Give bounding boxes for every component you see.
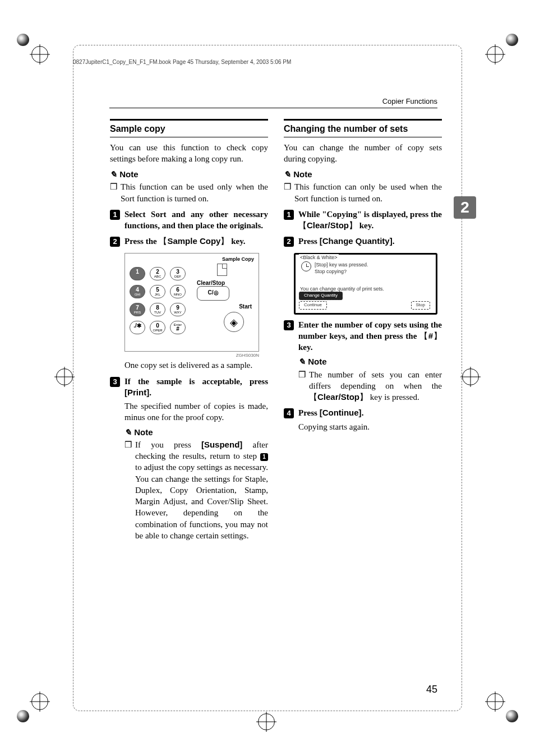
body-text: The specified number of copies is made, … [124,400,268,423]
key-1: 1 [130,267,145,280]
section-title-sample-copy: Sample copy [110,119,268,137]
keypad-panel: Sample Copy 1 2ABC 3DEF 4GHI 5JKL 6MNO 7… [124,253,259,352]
start-key: ◈ [224,312,244,332]
lcd-change-quantity-button: Change Quantity [299,292,343,300]
page-number: 45 [426,684,437,695]
crop-mark [497,36,516,55]
step-number-icon: 3 [284,320,294,330]
step-3: 3 Enter the number of copy sets using th… [284,319,442,353]
note-item: ❒ The number of sets you can enter diffe… [298,369,442,403]
figure-caption: ZGHS030N [124,353,259,359]
lcd-figure: <Black & White> [Stop] key was pressed. … [294,253,428,315]
key-3: 3DEF [170,267,186,280]
suspend-softkey: [Suspend] [201,440,242,449]
key-6: 6MNO [170,285,186,298]
body-text: One copy set is delivered as a sample. [124,359,268,371]
step-2: 2 Press [Change Quantity]. [284,236,442,247]
keypad-figure: Sample Copy 1 2ABC 3DEF 4GHI 5JKL 6MNO 7… [124,253,259,359]
body-text: Copying starts again. [298,421,442,432]
start-label: Start [239,303,252,311]
continue-softkey: [Continue] [320,408,362,417]
note-item: ❒ This function can only be used when th… [284,181,442,204]
crop-mark [497,701,516,720]
note-heading: Note [284,169,442,180]
bullet-icon: ❒ [110,181,117,204]
step-4: 4 Press [Continue]. [284,407,442,418]
file-header: 0827JupiterC1_Copy_EN_F1_FM.book Page 45… [73,59,462,65]
lcd-buttons: Change Quantity Continue Stop [299,291,432,310]
note-heading: Note [110,169,268,180]
change-quantity-softkey: [Change Quantity] [320,236,393,246]
chapter-tab: 2 [454,196,476,219]
clock-icon [301,261,311,271]
clear-stop-key: C/◎ [197,286,229,301]
section-title-changing-sets: Changing the number of sets [284,119,442,137]
running-head: Copier Functions [382,97,437,105]
step-1: 1 While "Copying" is displayed, press th… [284,209,442,232]
left-column: Sample copy You can use this function to… [110,119,268,545]
step-3: 3 If the sample is acceptable, press [Pr… [110,376,268,399]
lcd-message: [Stop] key was pressed. Stop copying? [301,261,432,275]
step-1: 1 Select Sort and any other necessary fu… [110,209,268,232]
step-number-icon: 1 [284,210,294,220]
key-9: 9WXY [170,303,186,316]
clear-stop-key: Clear/Stop [309,392,368,402]
lead-text: You can use this function to check copy … [110,142,268,165]
lcd-stop-button: Stop [411,301,430,310]
key-8: 8TUV [150,303,165,316]
print-softkey: [Print] [124,388,149,397]
step-number-icon: 2 [110,237,120,247]
key-7: 7PRS [130,303,145,316]
step-number-icon: 4 [284,408,294,418]
note-item: ❒ If you press [Suspend] after checking … [124,439,268,541]
lcd-continue-button: Continue [299,301,327,310]
key-0: 0OPER [150,321,165,334]
step-2: 2 Press the Sample Copy key. [110,236,268,247]
note-heading: Note [124,427,268,438]
key-star: ./✱ [130,321,145,334]
running-rule [109,108,437,108]
bullet-icon: ❒ [284,181,291,204]
lcd-panel: <Black & White> [Stop] key was pressed. … [294,253,437,315]
crop-mark [19,701,38,720]
right-column: Changing the number of sets You can chan… [284,119,442,436]
bullet-icon: ❒ [124,439,132,541]
step-number-icon: 1 [110,210,120,220]
clear-stop-key: Clear/Stop [298,220,357,230]
bullet-icon: ❒ [298,369,306,403]
step-ref-icon: 1 [260,453,268,461]
crop-mark [460,368,479,388]
sample-copy-key: Sample Copy [159,236,229,246]
note-heading: Note [298,356,442,367]
crop-mark [258,713,277,732]
lcd-tab: <Black & White> [299,254,339,261]
hash-key: # [419,331,442,340]
key-enter: Enter# [170,321,186,334]
crop-mark [19,36,38,55]
lead-text: You can change the number of copy sets d… [284,142,442,165]
key-5: 5JKL [150,285,165,298]
crop-mark [56,368,75,388]
step-number-icon: 3 [110,377,120,387]
keypad-title: Sample Copy [222,256,254,262]
document-icon [217,264,227,276]
key-4: 4GHI [130,285,145,298]
key-2: 2ABC [150,267,165,280]
step-number-icon: 2 [284,237,294,247]
note-item: ❒ This function can be used only when th… [110,181,268,204]
